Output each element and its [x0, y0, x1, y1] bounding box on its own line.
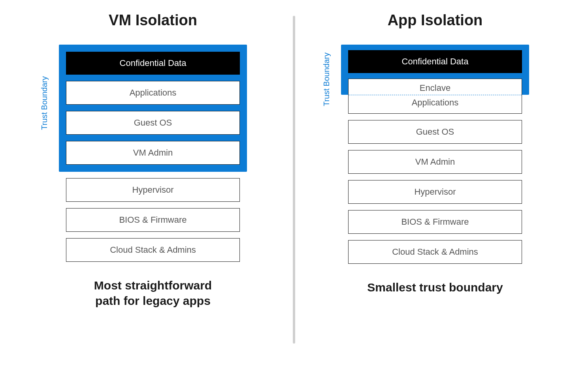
vm-isolation-column: VM Isolation Trust Boundary Confidential… — [34, 12, 271, 308]
app-trust-boundary-label: Trust Boundary — [322, 53, 331, 106]
app-applications-label: Applications — [349, 95, 522, 113]
app-layer-confidential-data: Confidential Data — [348, 50, 522, 73]
vm-layer-bios-firmware: BIOS & Firmware — [66, 208, 240, 232]
vm-caption-line2: path for legacy apps — [94, 293, 212, 308]
vm-stack-wrapper: Trust Boundary Confidential Data Applica… — [59, 45, 247, 262]
vm-outer-stack: Hypervisor BIOS & Firmware Cloud Stack &… — [66, 178, 240, 262]
vm-caption: Most straightforward path for legacy app… — [94, 278, 212, 308]
diagram-container: VM Isolation Trust Boundary Confidential… — [0, 0, 588, 387]
vm-layer-vm-admin: VM Admin — [66, 141, 240, 165]
app-layer-enclave: Enclave — [348, 79, 522, 95]
vm-layer-guest-os: Guest OS — [66, 111, 240, 135]
app-title: App Isolation — [388, 12, 483, 29]
app-layer-cloud-stack-admins: Cloud Stack & Admins — [348, 240, 522, 264]
app-layer-guest-os: Guest OS — [348, 120, 522, 144]
app-layer-applications: Applications — [348, 95, 522, 114]
app-caption: Smallest trust boundary — [367, 280, 503, 295]
vm-title: VM Isolation — [109, 12, 197, 29]
vm-layer-cloud-stack-admins: Cloud Stack & Admins — [66, 238, 240, 262]
app-outer-stack: Applications Guest OS VM Admin Hyperviso… — [348, 95, 522, 264]
vm-caption-line1: Most straightforward — [94, 278, 212, 293]
app-trust-boundary-box: Confidential Data Enclave — [341, 45, 529, 95]
app-stack-wrapper: Trust Boundary Confidential Data Enclave… — [341, 45, 529, 264]
app-layer-hypervisor: Hypervisor — [348, 180, 522, 204]
vertical-divider — [293, 16, 295, 344]
app-isolation-column: App Isolation Trust Boundary Confidentia… — [317, 12, 554, 295]
vm-layer-applications: Applications — [66, 81, 240, 105]
vm-trust-boundary-label: Trust Boundary — [40, 76, 49, 130]
app-layer-bios-firmware: BIOS & Firmware — [348, 210, 522, 234]
vm-trust-stack: Confidential Data Applications Guest OS … — [66, 52, 240, 165]
app-layer-vm-admin: VM Admin — [348, 150, 522, 174]
vm-layer-confidential-data: Confidential Data — [66, 52, 240, 75]
vm-trust-boundary-box: Confidential Data Applications Guest OS … — [59, 45, 247, 172]
vm-layer-hypervisor: Hypervisor — [66, 178, 240, 202]
